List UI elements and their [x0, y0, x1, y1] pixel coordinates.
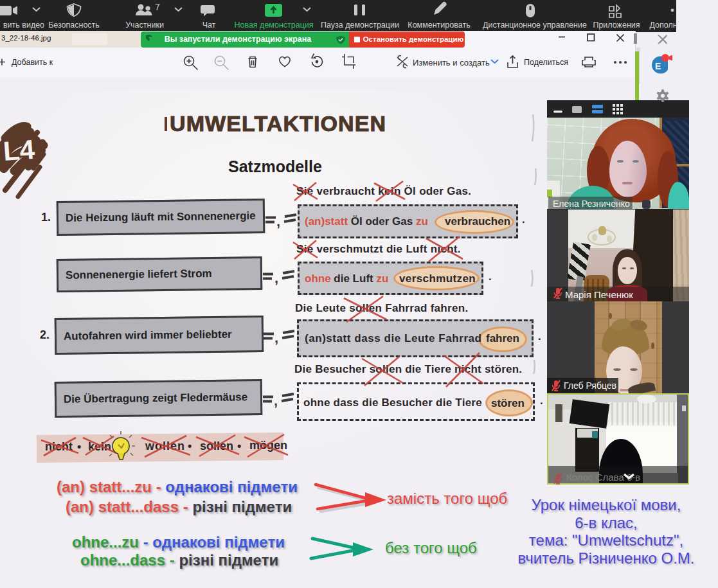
svg-text:,: ,: [274, 270, 278, 286]
svg-text:,: ,: [274, 330, 278, 346]
svg-text:E: E: [655, 61, 661, 71]
svg-text:,: ,: [276, 213, 280, 229]
svg-text:7: 7: [155, 2, 160, 12]
svg-text:,: ,: [274, 393, 278, 409]
svg-text:L4: L4: [2, 134, 36, 166]
